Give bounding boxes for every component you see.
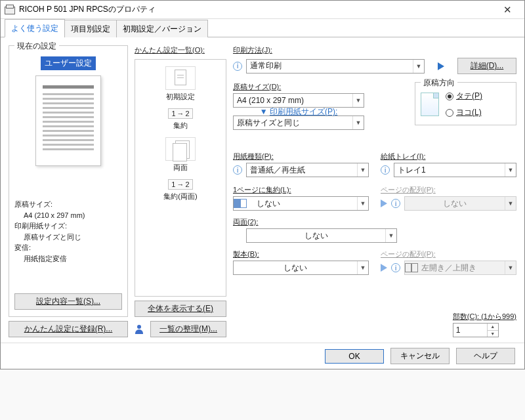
current-settings-col: 現在の設定 ユーザー設定 原稿サイズ: A4 (210 x 297 mm (9, 45, 128, 337)
presets-list[interactable]: 初期設定 1→2 集約 両面 1→2 集約(両面) (135, 59, 226, 297)
docsize-block: 原稿サイズ(D): A4 (210 x 297 mm)▼ ▼ 印刷用紙サイズ(P… (233, 82, 516, 145)
booklet-layout-select: 左開き／上開き▼ (404, 261, 516, 275)
booklet-row: 製本(B): しない▼ ページの配列(P): i 左開き／上開き▼ (233, 249, 516, 275)
chevron-down-icon: ▼ (357, 163, 368, 177)
spec-papersize-val: 原稿サイズと同じ (24, 232, 81, 243)
spec-papersize: 印刷用紙サイズ: (14, 220, 122, 232)
nup-layout-row: i しない▼ (381, 196, 516, 211)
preset-nup-duplex-icon: 1→2 (168, 179, 192, 190)
spec-scale-lbl: 変倍: (14, 242, 31, 253)
tab-version[interactable]: 初期設定／バージョン (116, 20, 208, 37)
print-method-row: i 通常印刷▼ 詳細(D)... (233, 58, 516, 74)
spec-docsize-lbl: 原稿サイズ: (14, 199, 52, 210)
down-arrow-icon: ▼ 印刷用紙サイズ(P): (233, 108, 364, 116)
manage-presets-row: 一覧の整理(M)... (135, 321, 226, 337)
play-icon[interactable] (438, 62, 444, 70)
chevron-down-icon: ▼ (352, 116, 364, 129)
dialog-window: RICOH P 501 JPN RPCSのプロパティ ✕ よく使う設定 項目別設… (0, 0, 525, 369)
titlebar: RICOH P 501 JPN RPCSのプロパティ ✕ (1, 1, 524, 19)
papersize-label-text: 印刷用紙サイズ(P): (270, 107, 337, 116)
papertype-select[interactable]: 普通紙／再生紙▼ (246, 163, 369, 177)
ok-button[interactable]: OK (325, 349, 384, 364)
chevron-down-icon: ▼ (385, 229, 396, 242)
chevron-up-icon[interactable]: ▲ (488, 324, 498, 331)
duplex-value: しない (247, 230, 385, 242)
nup-select[interactable]: しない▼ (233, 196, 369, 211)
spinner-buttons[interactable]: ▲▼ (487, 324, 498, 337)
preset-duplex[interactable]: 両面 (165, 137, 196, 173)
chevron-down-icon: ▼ (357, 197, 368, 210)
chevron-down-icon: ▼ (357, 261, 368, 274)
docsize-select[interactable]: A4 (210 x 297 mm)▼ (233, 93, 364, 108)
print-method-details-button[interactable]: 詳細(D)... (457, 58, 516, 74)
preset-duplex-label: 両面 (173, 163, 188, 173)
orientation-landscape-radio[interactable]: ヨコ(L) (446, 107, 482, 118)
preset-name-wrap: ユーザー設定 (14, 56, 122, 70)
chevron-down-icon: ▼ (413, 60, 424, 73)
chevron-down-icon[interactable]: ▼ (488, 331, 498, 337)
spec-papersize-lbl: 印刷用紙サイズ: (14, 220, 67, 232)
spec-list: 原稿サイズ: A4 (210 x 297 mm) 印刷用紙サイズ: 原稿サイズと… (14, 199, 122, 264)
spec-papersize-val-row: 原稿サイズと同じ (14, 232, 122, 243)
manage-presets-button[interactable]: 一覧の整理(M)... (150, 321, 226, 337)
nup-layout-select: しない▼ (404, 196, 516, 211)
preset-default-label: 初期設定 (166, 92, 195, 102)
copies-spinner[interactable]: 1 ▲▼ (453, 323, 499, 337)
info-icon: i (233, 165, 242, 175)
spec-scale: 変倍: (14, 242, 122, 253)
orientation-group: 原稿方向 タテ(P) ヨコ(L) (415, 82, 516, 125)
orientation-portrait-radio[interactable]: タテ(P) (446, 91, 482, 102)
client-area: よく使う設定 項目別設定 初期設定／バージョン 現在の設定 ユーザー設定 (1, 19, 524, 369)
register-preset-button[interactable]: かんたん設定に登録(R)... (9, 321, 128, 337)
papertype-label: 用紙種類(P): (233, 152, 369, 161)
copies-value: 1 (453, 324, 487, 337)
details-label: 詳細(D)... (471, 61, 504, 70)
preset-default[interactable]: 初期設定 (165, 66, 196, 102)
orientation-portrait-label: タテ(P) (456, 91, 482, 102)
page-preview (14, 75, 122, 166)
help-button[interactable]: ヘルプ (456, 348, 515, 364)
copies-block: 部数(C): (1から999) 1 ▲▼ (453, 312, 516, 337)
play-icon (381, 200, 387, 207)
booklet-layout-row: i 左開き／上開き▼ (381, 261, 516, 275)
booklet-label: 製本(B): (233, 249, 369, 259)
tray-select[interactable]: トレイ1▼ (394, 163, 516, 177)
show-all-label: 全体を表示する(E) (148, 304, 213, 313)
duplex-row: 両面(2): しない▼ (233, 217, 516, 243)
print-method-label: 印刷方法(J): (233, 45, 516, 55)
close-button[interactable]: ✕ (494, 1, 520, 18)
play-icon (381, 264, 387, 272)
user-icon (135, 325, 144, 334)
cancel-button[interactable]: キャンセル (390, 348, 450, 364)
info-icon: i (391, 263, 400, 272)
preset-nup[interactable]: 1→2 集約 (168, 108, 192, 131)
booklet-select[interactable]: しない▼ (233, 261, 369, 275)
orientation-legend: 原稿方向 (421, 77, 457, 89)
tab-frequent[interactable]: よく使う設定 (5, 19, 65, 37)
booklet-value: しない (234, 262, 357, 274)
papersize-select[interactable]: 原稿サイズと同じ▼ (233, 116, 364, 130)
preset-name: ユーザー設定 (41, 56, 96, 70)
nup-row: 1ページに集約(L): しない▼ ページの配列(P): i しない▼ (233, 185, 516, 211)
copies-label: 部数(C): (1から999) (453, 312, 516, 322)
settings-list-button[interactable]: 設定内容一覧(S)... (14, 293, 122, 310)
print-method-label-text: 印刷方法(J): (233, 46, 272, 54)
tray-label: 給紙トレイ(I): (381, 152, 516, 161)
duplex-select[interactable]: しない▼ (246, 228, 397, 243)
book-icon (405, 263, 418, 272)
presets-col: かんたん設定一覧(O): 初期設定 1→2 集約 両面 (135, 45, 226, 337)
orientation-landscape-label: ヨコ(L) (456, 107, 482, 118)
page-preview-doc (35, 75, 101, 166)
show-all-presets-button[interactable]: 全体を表示する(E) (135, 301, 226, 317)
printer-icon (5, 5, 15, 14)
print-method-select[interactable]: 通常印刷▼ (246, 59, 425, 74)
spec-scale-val: 用紙指定変倍 (24, 253, 67, 264)
nup-label: 1ページに集約(L): (233, 185, 369, 195)
settings-list-button-label: 設定内容一覧(S)... (36, 297, 100, 306)
duplex-label: 両面(2): (233, 217, 516, 227)
tab-by-item[interactable]: 項目別設定 (64, 20, 117, 37)
info-icon: i (391, 199, 400, 208)
preset-nup-duplex[interactable]: 1→2 集約(両面) (163, 179, 197, 201)
info-icon: i (233, 62, 242, 71)
current-settings-legend: 現在の設定 (14, 41, 59, 52)
